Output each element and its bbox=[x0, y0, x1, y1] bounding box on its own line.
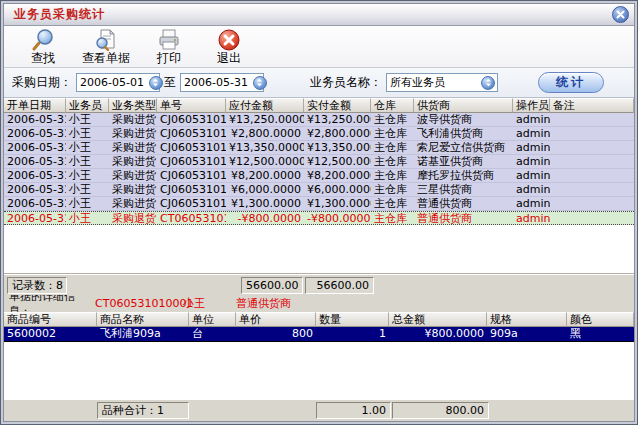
table-cell: 索尼爱立信供货商 bbox=[414, 141, 513, 154]
table-cell: 采购退货 bbox=[109, 212, 157, 224]
table-row[interactable]: 2006-05-31 小王 采购进货 CJ060531010001 ¥13,25… bbox=[4, 113, 634, 127]
table-cell: 采购进货 bbox=[109, 127, 157, 140]
table-cell: CJ060531010007 bbox=[157, 197, 226, 210]
purchase-table-header: 开单日期 业务员 业务类型 单号 应付金额 实付金额 仓库 供货商 操作员 备注 bbox=[4, 98, 634, 113]
column-header: 总金额 bbox=[389, 312, 487, 327]
view-doc-button[interactable]: 查看单据 bbox=[76, 27, 136, 67]
table-row[interactable]: 2006-05-31 小王 采购退货 CT060531010001 -¥800.… bbox=[4, 211, 634, 225]
table-cell: 飞利浦909a bbox=[97, 327, 189, 341]
table-cell: 主仓库 bbox=[371, 183, 414, 196]
table-cell: admin bbox=[513, 127, 550, 140]
date-to-input[interactable]: 2006-05-31 bbox=[180, 73, 264, 92]
table-row[interactable]: 2006-05-31 小王 采购进货 CJ060531010002 ¥2,800… bbox=[4, 127, 634, 141]
table-cell: ¥13,250.0000 bbox=[304, 113, 371, 126]
table-cell: 2006-05-31 bbox=[4, 127, 66, 140]
table-cell: 小王 bbox=[66, 212, 109, 224]
column-header: 供货商 bbox=[414, 98, 513, 113]
column-header: 商品编号 bbox=[4, 312, 97, 327]
client-area: 业务员采购统计 查找 bbox=[3, 3, 635, 422]
column-header: 仓库 bbox=[371, 98, 414, 113]
table-cell: 主仓库 bbox=[371, 169, 414, 182]
table-cell bbox=[550, 197, 634, 210]
table-cell: ¥1,300.0000 bbox=[304, 197, 371, 210]
table-cell: CJ060531010005 bbox=[157, 169, 226, 182]
table-cell: 5600002 bbox=[4, 327, 97, 341]
find-button-label: 查找 bbox=[31, 52, 55, 65]
quantity-total: 1.00 bbox=[316, 402, 391, 419]
table-cell: CJ060531010001 bbox=[157, 113, 226, 126]
table-cell: 飞利浦供货商 bbox=[414, 127, 513, 140]
table-row[interactable]: 5600002 飞利浦909a 台 800 1 ¥800.0000 909a 黑 bbox=[4, 327, 634, 342]
table-cell bbox=[550, 183, 634, 196]
payable-total: 56600.00 bbox=[241, 277, 303, 294]
column-header: 商品名称 bbox=[97, 312, 189, 327]
table-cell: ¥6,000.0000 bbox=[304, 183, 371, 196]
exit-button-label: 退出 bbox=[217, 52, 241, 65]
detail-supplier: 普通供货商 bbox=[236, 296, 291, 311]
table-cell: admin bbox=[513, 169, 550, 182]
column-header: 数量 bbox=[316, 312, 389, 327]
salesman-value: 所有业务员 bbox=[387, 75, 479, 90]
exit-button[interactable]: 退出 bbox=[202, 27, 256, 67]
salesman-spinner-icon[interactable] bbox=[481, 76, 495, 90]
table-row[interactable]: 2006-05-31 小王 采购进货 CJ060531010006 ¥6,000… bbox=[4, 183, 634, 197]
close-button[interactable] bbox=[612, 6, 629, 23]
table-cell bbox=[550, 127, 634, 140]
table-cell: ¥13,250.0000 bbox=[226, 113, 304, 126]
detail-info-bar: 单据的详细信息： CT060531010001 小王 普通供货商 bbox=[4, 295, 634, 312]
table-cell bbox=[550, 141, 634, 154]
date-from-input[interactable]: 2006-05-01 bbox=[76, 73, 160, 92]
stat-button[interactable]: 统计 bbox=[538, 72, 604, 93]
column-header: 单号 bbox=[157, 98, 226, 113]
toolbar: 查找 查看单据 bbox=[4, 26, 634, 68]
table-cell: admin bbox=[513, 212, 550, 224]
table-cell: 主仓库 bbox=[371, 212, 414, 224]
view-doc-button-label: 查看单据 bbox=[82, 52, 130, 65]
purchase-table-body: 2006-05-31 小王 采购进货 CJ060531010001 ¥13,25… bbox=[4, 113, 634, 225]
detail-doc-number: CT060531010001 bbox=[95, 297, 183, 310]
table-row[interactable]: 2006-05-31 小王 采购进货 CJ060531010004 ¥12,50… bbox=[4, 155, 634, 169]
column-header: 单价 bbox=[236, 312, 316, 327]
table-cell: 2006-05-31 bbox=[4, 197, 66, 210]
table-cell: 台 bbox=[189, 327, 236, 341]
table-cell: ¥12,500.0000 bbox=[226, 155, 304, 168]
table-cell: 909a bbox=[487, 327, 567, 341]
table-cell: 小王 bbox=[66, 113, 109, 126]
table-cell: -¥800.0000 bbox=[226, 212, 304, 224]
print-button[interactable]: 打印 bbox=[142, 27, 196, 67]
table-cell: ¥8,200.0000 bbox=[226, 169, 304, 182]
table-cell: 普通供货商 bbox=[414, 197, 513, 210]
table-row[interactable]: 2006-05-31 小王 采购进货 CJ060531010003 ¥13,35… bbox=[4, 141, 634, 155]
detail-table-header: 商品编号 商品名称 单位 单价 数量 总金额 规格 颜色 bbox=[4, 312, 634, 327]
date-range-label: 采购日期： bbox=[12, 74, 72, 91]
find-button[interactable]: 查找 bbox=[16, 27, 70, 67]
table-cell: ¥1,300.0000 bbox=[226, 197, 304, 210]
table-cell: admin bbox=[513, 197, 550, 210]
window-title: 业务员采购统计 bbox=[14, 6, 105, 23]
date-from-spinner-icon[interactable] bbox=[149, 76, 163, 90]
table-cell: ¥2,800.0000 bbox=[304, 127, 371, 140]
detail-empty-area bbox=[4, 342, 634, 399]
table-cell: CJ060531010004 bbox=[157, 155, 226, 168]
table-row[interactable]: 2006-05-31 小王 采购进货 CJ060531010005 ¥8,200… bbox=[4, 169, 634, 183]
table-cell: 三星供货商 bbox=[414, 183, 513, 196]
table-cell bbox=[550, 113, 634, 126]
date-to-spinner-icon[interactable] bbox=[253, 76, 267, 90]
table-cell: 采购进货 bbox=[109, 141, 157, 154]
table-cell: 诺基亚供货商 bbox=[414, 155, 513, 168]
table-row[interactable]: 2006-05-31 小王 采购进货 CJ060531010007 ¥1,300… bbox=[4, 197, 634, 211]
table-cell: CJ060531010003 bbox=[157, 141, 226, 154]
column-header: 业务类型 bbox=[109, 98, 157, 113]
view-doc-icon bbox=[93, 28, 119, 52]
salesman-select[interactable]: 所有业务员 bbox=[386, 73, 498, 92]
table-cell: ¥8,200.0000 bbox=[304, 169, 371, 182]
record-summary-bar: 记录数：8 56600.00 56600.00 bbox=[4, 274, 634, 295]
column-header: 备注 bbox=[550, 98, 634, 113]
column-header: 实付金额 bbox=[304, 98, 371, 113]
table-cell: 采购进货 bbox=[109, 197, 157, 210]
column-header: 操作员 bbox=[513, 98, 550, 113]
record-count: 记录数：8 bbox=[7, 277, 67, 294]
table-cell: 采购进货 bbox=[109, 169, 157, 182]
table-cell: 2006-05-31 bbox=[4, 113, 66, 126]
table-cell bbox=[550, 155, 634, 168]
